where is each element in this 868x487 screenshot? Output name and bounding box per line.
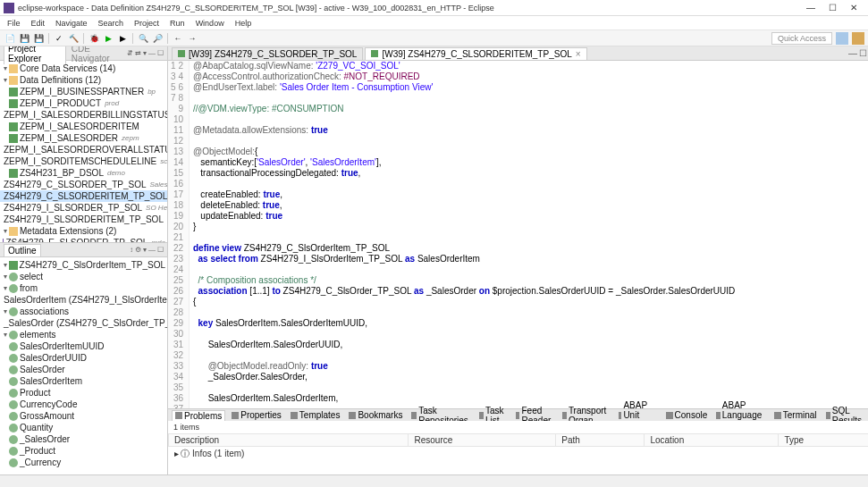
tree-item[interactable]: ZS4H279_C_SLSORDERITEM_TP_SOLSO Ite <box>0 190 167 202</box>
menu-help[interactable]: Help <box>230 19 257 28</box>
tree-item[interactable]: ZEPM_I_SALESORDERITEM <box>0 121 167 132</box>
tree-item[interactable]: ZEPM_I_SORDITEMSCHEDULELINEsched <box>0 155 167 167</box>
tree-item[interactable]: ▾Data Definitions (12) <box>0 74 167 86</box>
tree-item[interactable]: ▾Metadata Extensions (2) <box>0 225 167 237</box>
tree-item[interactable]: SalesOrderItem (ZS4H279_I_SlsOrderItem_T… <box>0 294 167 306</box>
editor-max-icon[interactable]: ☐ <box>859 48 867 58</box>
twisty-icon[interactable]: ▾ <box>2 306 9 317</box>
twisty-icon[interactable]: ▾ <box>2 63 9 74</box>
view-menu-icon[interactable]: ▾ <box>143 49 147 57</box>
tree-item[interactable]: ▾associations <box>0 306 167 317</box>
tree-item[interactable]: Product <box>0 387 167 399</box>
menu-file[interactable]: File <box>2 19 26 28</box>
tree-item[interactable]: ZEPM_I_PRODUCTprod <box>0 97 167 109</box>
twisty-icon[interactable]: ▾ <box>2 282 9 294</box>
tree-item[interactable]: GrossAmount <box>0 410 167 422</box>
maximize-view-icon[interactable]: ☐ <box>157 49 164 57</box>
bottom-tab-bookmarks[interactable]: Bookmarks <box>346 410 405 420</box>
build-button[interactable]: 🔨 <box>67 32 80 45</box>
column-header[interactable]: Location <box>645 434 779 447</box>
window-title: eclipse-workspace - Data Definition ZS4H… <box>18 4 800 13</box>
outline-max-icon[interactable]: ☐ <box>157 246 164 254</box>
twisty-icon[interactable]: ▾ <box>2 329 9 340</box>
outline-min-icon[interactable]: — <box>148 246 156 254</box>
java-perspective-button[interactable] <box>852 32 864 45</box>
link-editor-icon[interactable]: ⇄ <box>135 49 141 57</box>
tree-item[interactable]: ZS4H279_I_SLSORDERITEM_TP_SOLSO Item <box>0 214 167 225</box>
search-button[interactable]: 🔎 <box>151 32 164 45</box>
editor-tab-slsorderitem[interactable]: [W39] ZS4H279_C_SLSORDERITEM_TP_SOL × <box>365 47 586 60</box>
column-header[interactable]: Description <box>169 434 409 447</box>
save-all-button[interactable]: 💾 <box>32 32 45 45</box>
menu-navigate[interactable]: Navigate <box>50 19 93 28</box>
bottom-tab-templates[interactable]: Templates <box>288 410 343 420</box>
tree-item[interactable]: _SalesOrder (ZS4H279_C_SlsOrder_TP_SOL) <box>0 317 167 329</box>
menu-edit[interactable]: Edit <box>26 19 51 28</box>
tree-item[interactable]: ▾select <box>0 271 167 282</box>
tree-item[interactable]: SalesOrderUUID <box>0 352 167 364</box>
save-button[interactable]: 💾 <box>18 32 30 45</box>
column-header[interactable]: Path <box>556 434 645 447</box>
tree-item[interactable]: _Currency <box>0 457 167 468</box>
project-explorer-tree[interactable]: ▾Core Data Services (14)▾Data Definition… <box>0 61 167 242</box>
outline-menu-icon[interactable]: ▾ <box>143 246 147 254</box>
tree-item[interactable]: ZS4H279_C_SLSORDER_TP_SOLSales Orde <box>0 179 167 190</box>
run-ext-button[interactable]: ▶ <box>116 32 129 45</box>
tree-item[interactable]: ▾from <box>0 282 167 294</box>
twisty-icon[interactable]: ▾ <box>2 74 9 86</box>
tree-item[interactable]: ZEPM_I_SALESORDERBILLINGSTATUSBillst <box>0 109 167 121</box>
new-button[interactable]: 📄 <box>4 32 16 45</box>
editor-tab-slsorder[interactable]: [W39] ZS4H279_C_SLSORDER_TP_SOL <box>172 47 363 60</box>
quick-access-input[interactable]: Quick Access <box>771 32 832 45</box>
sort-icon[interactable]: ↕ <box>130 246 133 254</box>
column-header[interactable]: Resource <box>409 434 556 447</box>
close-tab-icon[interactable]: × <box>576 49 581 59</box>
tree-item[interactable]: ▾ZS4H279_C_SlsOrderItem_TP_SOL <box>0 259 167 271</box>
tree-item[interactable]: SalesOrderItem <box>0 375 167 387</box>
problems-table[interactable]: DescriptionResourcePathLocationType ▸ ⓘ … <box>168 433 868 461</box>
tree-item[interactable]: Quantity <box>0 422 167 433</box>
tree-item[interactable]: ▾Core Data Services (14) <box>0 63 167 74</box>
outline-tab[interactable]: Outline <box>4 244 41 256</box>
tree-item[interactable]: SalesOrder <box>0 364 167 375</box>
menu-project[interactable]: Project <box>129 19 164 28</box>
twisty-icon[interactable]: ▾ <box>2 225 9 237</box>
tree-item[interactable]: ZEPM_I_SALESORDERzepm <box>0 132 167 144</box>
tree-item[interactable]: ZEPM_I_BUSINESSPARTNERbp <box>0 86 167 97</box>
forward-button[interactable]: → <box>186 32 198 45</box>
tree-item[interactable]: _SalesOrder <box>0 433 167 445</box>
tree-item[interactable]: ZS4H231_BP_DSOLdemo <box>0 167 167 179</box>
menu-window[interactable]: Window <box>190 19 230 28</box>
abap-perspective-button[interactable] <box>836 32 848 45</box>
bottom-tab-properties[interactable]: Properties <box>229 410 284 420</box>
run-button[interactable]: ▶ <box>102 32 114 45</box>
activate-button[interactable]: ✓ <box>53 32 65 45</box>
column-header[interactable]: Type <box>779 434 868 447</box>
tree-item[interactable]: ZEPM_I_SALESORDEROVERALLSTATUSostat <box>0 144 167 155</box>
tree-item[interactable]: CurrencyCode <box>0 399 167 410</box>
twisty-icon[interactable]: ▾ <box>2 259 9 271</box>
minimize-button[interactable]: — <box>800 3 822 13</box>
tree-item[interactable]: ▾elements <box>0 329 167 340</box>
outline-tree[interactable]: ▾ZS4H279_C_SlsOrderItem_TP_SOL▾select▾fr… <box>0 257 167 474</box>
maximize-button[interactable]: ☐ <box>822 3 843 13</box>
twisty-icon[interactable]: ▾ <box>2 271 9 282</box>
bottom-tab-console[interactable]: Console <box>663 410 711 420</box>
filter-icon[interactable]: ⚙ <box>135 246 141 254</box>
bottom-tab-terminal[interactable]: Terminal <box>771 410 820 420</box>
editor-min-icon[interactable]: — <box>848 48 857 58</box>
tree-item[interactable]: ZS4H279_I_SLSORDER_TP_SOLSO Header <box>0 202 167 214</box>
tree-item[interactable]: SalesOrderItemUUID <box>0 340 167 352</box>
collapse-all-icon[interactable]: ⇵ <box>127 49 133 57</box>
minimize-view-icon[interactable]: — <box>148 49 156 57</box>
tree-item[interactable]: _Product <box>0 445 167 457</box>
debug-button[interactable]: 🐞 <box>88 32 100 45</box>
problems-row[interactable]: ▸ ⓘ Infos (1 item) <box>169 447 409 462</box>
open-type-button[interactable]: 🔍 <box>137 32 149 45</box>
menu-run[interactable]: Run <box>164 19 190 28</box>
close-button[interactable]: ✕ <box>843 3 864 13</box>
bottom-tab-problems[interactable]: Problems <box>172 410 225 421</box>
code-editor[interactable]: 1 2 3 4 5 6 7 8 9 10 11 12 13 14 15 16 1… <box>168 61 868 408</box>
menu-search[interactable]: Search <box>93 19 130 28</box>
back-button[interactable]: ← <box>172 32 184 45</box>
